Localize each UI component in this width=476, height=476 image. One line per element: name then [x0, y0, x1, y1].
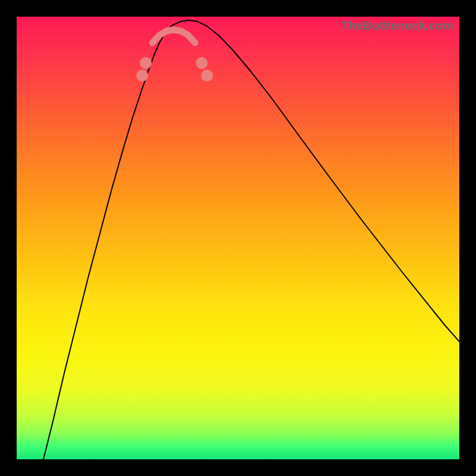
dot-left-upper — [136, 70, 148, 82]
dot-right-lower — [196, 57, 208, 69]
curve-svg — [17, 17, 459, 459]
marker-dots — [136, 57, 213, 82]
plot-area: TheBottleneck.com — [17, 17, 459, 459]
bottleneck-curve — [43, 20, 459, 459]
marker-bridge — [152, 30, 195, 43]
chart-frame: TheBottleneck.com — [0, 0, 476, 476]
dot-left-lower — [140, 57, 152, 69]
dot-right-upper — [201, 70, 213, 82]
